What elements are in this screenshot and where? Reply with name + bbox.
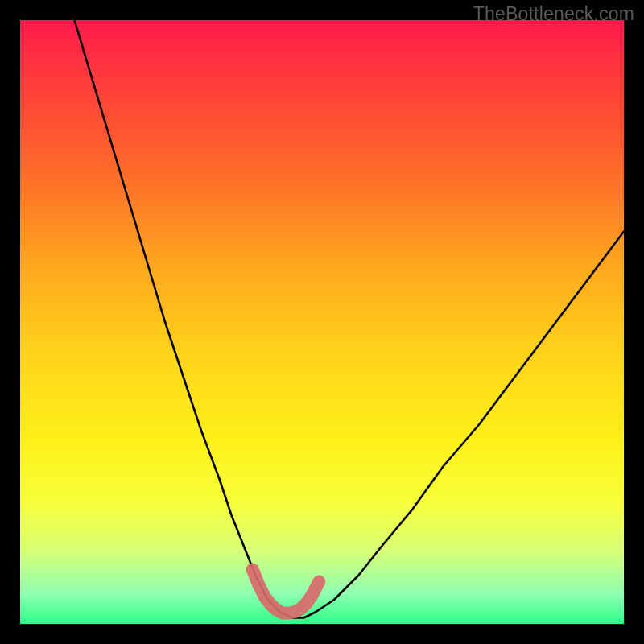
chart-frame: TheBottleneck.com [0,0,644,644]
plot-area [20,20,624,624]
bottleneck-curve [75,20,625,618]
curve-svg [20,20,624,624]
watermark-text: TheBottleneck.com [473,3,634,25]
sweet-spot-overlay [253,570,320,613]
